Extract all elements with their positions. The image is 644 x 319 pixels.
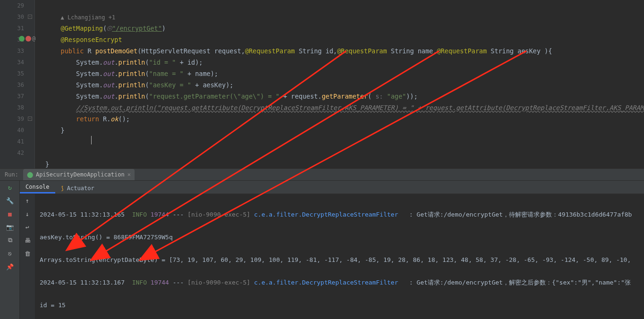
run-sidebar: ↻ 🔧 ■ 📷 ⧉ ⎋ 📌: [0, 181, 20, 319]
log-line: Arrays.toString(encryptDateByte) = [73, …: [40, 254, 639, 266]
fold-icon[interactable]: -: [28, 117, 32, 121]
run-gutter-icon[interactable]: [19, 36, 25, 42]
soft-wrap-icon[interactable]: ↩: [20, 220, 35, 234]
code-text-area[interactable]: ▲ Lchangjiang +1 @GetMapping(⦾"/encryptG…: [35, 0, 644, 168]
line-number: 36: [17, 82, 24, 88]
line-number: 40: [17, 127, 24, 134]
log-line: id = 15: [40, 300, 639, 311]
scroll-down-icon[interactable]: ↓: [20, 207, 35, 220]
tab-actuator[interactable]: ⟆Actuator: [55, 183, 100, 193]
author-annotation: ▲ Lchangjiang +1: [61, 14, 116, 21]
print-icon[interactable]: 🖶: [20, 234, 35, 247]
line-number: 39: [17, 116, 24, 122]
line-number: 42: [17, 150, 24, 156]
actuator-icon: ⟆: [61, 185, 64, 192]
layout-icon[interactable]: ⧉: [0, 234, 20, 247]
rerun-button[interactable]: ↻: [0, 181, 20, 194]
scroll-up-icon[interactable]: ↑: [20, 194, 35, 207]
line-number: 33: [17, 48, 24, 54]
log-line: 2024-05-15 11:32:13.165 INFO 19744 --- […: [40, 209, 639, 220]
line-number: 34: [17, 59, 24, 66]
breakpoint-icon[interactable]: [25, 36, 31, 42]
exit-icon[interactable]: ⎋: [0, 247, 20, 260]
text-cursor: [91, 136, 92, 144]
line-number: 41: [17, 138, 24, 145]
console-toolbar: ↑ ↓ ↩ 🖶 🗑: [20, 194, 35, 319]
code-editor[interactable]: 29 30- 31 32 @ 33 34 35 36 37 38 39- 40 …: [0, 0, 644, 168]
log-line: aesKey.toString() = 868E9FMA727S9W5q: [40, 232, 639, 243]
line-number: 30: [17, 14, 24, 20]
log-line: 2024-05-15 11:32:13.167 INFO 19744 --- […: [40, 277, 639, 288]
pin-icon[interactable]: 📌: [0, 260, 20, 273]
line-number: 31: [17, 25, 24, 32]
run-config-name: ApiSecurityDemoApplication: [36, 171, 125, 178]
line-number: 29: [17, 2, 24, 9]
run-icon: ⬤: [27, 171, 33, 178]
tools-icon[interactable]: 🔧: [0, 194, 20, 207]
clear-icon[interactable]: 🗑: [20, 247, 35, 260]
line-number: 38: [17, 104, 24, 111]
dump-icon[interactable]: 📷: [0, 220, 20, 234]
editor-gutter: 29 30- 31 32 @ 33 34 35 36 37 38 39- 40 …: [0, 0, 35, 168]
line-number: 35: [17, 70, 24, 77]
tab-console[interactable]: Console: [20, 182, 55, 193]
run-config-tab[interactable]: ⬤ ApiSecurityDemoApplication ×: [23, 169, 135, 180]
close-icon[interactable]: ×: [127, 171, 131, 178]
console-tabs: Console ⟆Actuator: [20, 181, 644, 194]
run-toolbar: Run: ⬤ ApiSecurityDemoApplication ×: [0, 168, 644, 181]
console-output[interactable]: 2024-05-15 11:32:13.165 INFO 19744 --- […: [35, 194, 644, 319]
run-label: Run:: [0, 171, 23, 178]
line-number: 37: [17, 93, 24, 100]
fold-icon[interactable]: -: [28, 15, 32, 19]
stop-button[interactable]: ■: [0, 207, 20, 220]
